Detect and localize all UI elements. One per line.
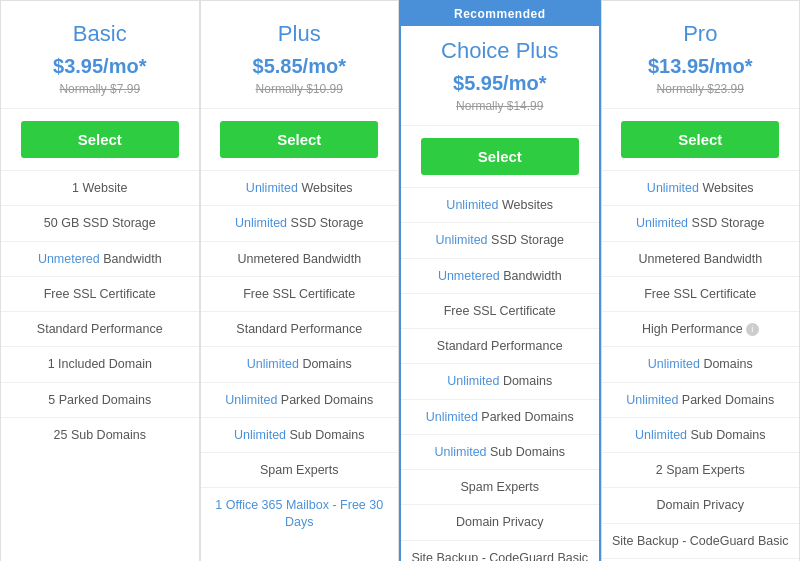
feature-item-choice-plus-3: Free SSL Certificate	[401, 293, 599, 328]
plan-card-pro: Pro$13.95/mo*Normally $23.99SelectUnlimi…	[601, 0, 801, 561]
plan-name-basic: Basic	[73, 21, 127, 47]
feature-item-choice-plus-5: Unlimited Domains	[401, 363, 599, 398]
feature-link-plus-9[interactable]: 1 Office 365 Mailbox - Free 30 Days	[215, 498, 383, 528]
feature-item-pro-10: Site Backup - CodeGuard Basic	[602, 523, 800, 558]
feature-item-plus-0: Unlimited Websites	[201, 170, 399, 205]
feature-highlight-choice-plus-5: Unlimited	[447, 374, 499, 388]
feature-item-plus-7: Unlimited Sub Domains	[201, 417, 399, 452]
feature-item-choice-plus-2: Unmetered Bandwidth	[401, 258, 599, 293]
plan-name-plus: Plus	[278, 21, 321, 47]
feature-item-choice-plus-4: Standard Performance	[401, 328, 599, 363]
feature-item-pro-0: Unlimited Websites	[602, 170, 800, 205]
plan-name-choice-plus: Choice Plus	[441, 38, 558, 64]
feature-item-choice-plus-9: Domain Privacy	[401, 504, 599, 539]
select-button-pro[interactable]: Select	[621, 121, 779, 158]
feature-highlight-pro-7: Unlimited	[635, 428, 687, 442]
feature-item-basic-1: 50 GB SSD Storage	[1, 205, 199, 240]
feature-item-choice-plus-1: Unlimited SSD Storage	[401, 222, 599, 257]
plan-price-pro: $13.95/mo*	[648, 55, 753, 78]
feature-item-pro-8: 2 Spam Experts	[602, 452, 800, 487]
feature-highlight-choice-plus-0: Unlimited	[446, 198, 498, 212]
select-btn-row-basic: Select	[1, 108, 199, 170]
feature-item-pro-7: Unlimited Sub Domains	[602, 417, 800, 452]
plan-normal-price-basic: Normally $7.99	[59, 82, 140, 96]
feature-item-plus-4: Standard Performance	[201, 311, 399, 346]
feature-item-plus-6: Unlimited Parked Domains	[201, 382, 399, 417]
info-icon-pro-4[interactable]: i	[746, 323, 759, 336]
feature-item-pro-4: High Performancei	[602, 311, 800, 346]
feature-highlight-pro-5: Unlimited	[648, 357, 700, 371]
plan-normal-price-choice-plus: Normally $14.99	[456, 99, 543, 113]
feature-item-basic-3: Free SSL Certificate	[1, 276, 199, 311]
plan-normal-price-plus: Normally $10.99	[256, 82, 343, 96]
feature-item-choice-plus-8: Spam Experts	[401, 469, 599, 504]
feature-highlight-plus-7: Unlimited	[234, 428, 286, 442]
plan-price-choice-plus: $5.95/mo*	[453, 72, 546, 95]
select-button-basic[interactable]: Select	[21, 121, 179, 158]
feature-item-plus-5: Unlimited Domains	[201, 346, 399, 381]
feature-highlight-choice-plus-1: Unlimited	[435, 233, 487, 247]
features-list-pro: Unlimited WebsitesUnlimited SSD StorageU…	[602, 170, 800, 561]
select-button-choice-plus[interactable]: Select	[421, 138, 579, 175]
feature-item-plus-3: Free SSL Certificate	[201, 276, 399, 311]
feature-item-basic-5: 1 Included Domain	[1, 346, 199, 381]
plan-card-choice-plus: RecommendedChoice Plus$5.95/mo*Normally …	[399, 0, 601, 561]
feature-item-basic-0: 1 Website	[1, 170, 199, 205]
plan-normal-price-pro: Normally $23.99	[657, 82, 744, 96]
feature-highlight-choice-plus-2: Unmetered	[438, 269, 500, 283]
feature-item-plus-2: Unmetered Bandwidth	[201, 241, 399, 276]
plan-card-plus: Plus$5.85/mo*Normally $10.99SelectUnlimi…	[200, 0, 400, 561]
feature-item-choice-plus-6: Unlimited Parked Domains	[401, 399, 599, 434]
feature-highlight-basic-2: Unmetered	[38, 252, 100, 266]
feature-highlight-plus-6: Unlimited	[225, 393, 277, 407]
feature-item-pro-3: Free SSL Certificate	[602, 276, 800, 311]
select-btn-row-pro: Select	[602, 108, 800, 170]
feature-item-plus-1: Unlimited SSD Storage	[201, 205, 399, 240]
feature-highlight-pro-0: Unlimited	[647, 181, 699, 195]
features-list-choice-plus: Unlimited WebsitesUnlimited SSD StorageU…	[401, 187, 599, 561]
feature-highlight-plus-1: Unlimited	[235, 216, 287, 230]
feature-item-plus-8: Spam Experts	[201, 452, 399, 487]
feature-item-basic-6: 5 Parked Domains	[1, 382, 199, 417]
feature-item-basic-2: Unmetered Bandwidth	[1, 241, 199, 276]
feature-highlight-plus-5: Unlimited	[247, 357, 299, 371]
feature-item-choice-plus-0: Unlimited Websites	[401, 187, 599, 222]
feature-highlight-choice-plus-6: Unlimited	[426, 410, 478, 424]
plan-card-basic: Basic$3.95/mo*Normally $7.99Select1 Webs…	[0, 0, 200, 561]
feature-highlight-pro-6: Unlimited	[626, 393, 678, 407]
pricing-container: Basic$3.95/mo*Normally $7.99Select1 Webs…	[0, 0, 800, 561]
feature-highlight-choice-plus-7: Unlimited	[434, 445, 486, 459]
feature-item-pro-9: Domain Privacy	[602, 487, 800, 522]
feature-highlight-plus-0: Unlimited	[246, 181, 298, 195]
plan-name-pro: Pro	[683, 21, 717, 47]
plan-price-plus: $5.85/mo*	[253, 55, 346, 78]
select-button-plus[interactable]: Select	[220, 121, 378, 158]
feature-item-basic-4: Standard Performance	[1, 311, 199, 346]
feature-highlight-pro-1: Unlimited	[636, 216, 688, 230]
select-btn-row-plus: Select	[201, 108, 399, 170]
feature-item-pro-5: Unlimited Domains	[602, 346, 800, 381]
recommended-badge: Recommended	[401, 2, 599, 26]
feature-item-plus-9: 1 Office 365 Mailbox - Free 30 Days	[201, 487, 399, 539]
feature-item-pro-2: Unmetered Bandwidth	[602, 241, 800, 276]
feature-item-pro-6: Unlimited Parked Domains	[602, 382, 800, 417]
features-list-basic: 1 Website50 GB SSD StorageUnmetered Band…	[1, 170, 199, 452]
feature-item-basic-7: 25 Sub Domains	[1, 417, 199, 452]
feature-item-pro-1: Unlimited SSD Storage	[602, 205, 800, 240]
features-list-plus: Unlimited WebsitesUnlimited SSD StorageU…	[201, 170, 399, 539]
select-btn-row-choice-plus: Select	[401, 125, 599, 187]
feature-item-choice-plus-10: Site Backup - CodeGuard Basic	[401, 540, 599, 562]
plan-price-basic: $3.95/mo*	[53, 55, 146, 78]
feature-item-choice-plus-7: Unlimited Sub Domains	[401, 434, 599, 469]
